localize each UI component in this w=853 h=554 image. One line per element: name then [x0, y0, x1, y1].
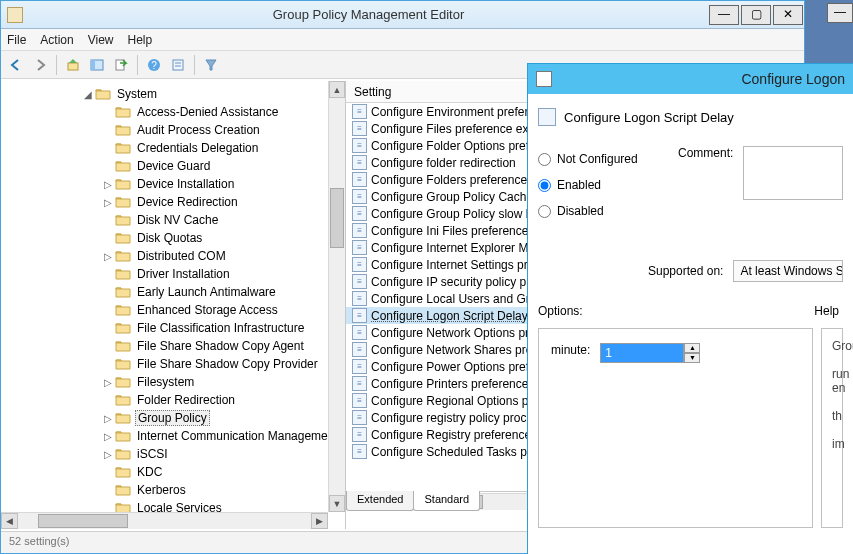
radio-not-configured[interactable]: Not Configured — [538, 146, 678, 172]
tree-item-label[interactable]: File Share Shadow Copy Provider — [135, 357, 320, 371]
tree-item-label[interactable]: File Classification Infrastructure — [135, 321, 306, 335]
tree-twisty-icon[interactable]: ▷ — [101, 251, 115, 262]
radio-enabled-input[interactable] — [538, 179, 551, 192]
tree-twisty-icon[interactable]: ▷ — [101, 431, 115, 442]
back-button[interactable] — [5, 54, 27, 76]
tree-item[interactable]: ▷Distributed COM — [3, 247, 345, 265]
tree-item[interactable]: KDC — [3, 463, 345, 481]
tree-item[interactable]: ▷iSCSI — [3, 445, 345, 463]
tree-item-label[interactable]: Filesystem — [135, 375, 196, 389]
tree-item-label[interactable]: Locale Services — [135, 501, 224, 512]
comment-textbox[interactable] — [743, 146, 843, 200]
tree-item[interactable]: Enhanced Storage Access — [3, 301, 345, 319]
radio-enabled[interactable]: Enabled — [538, 172, 678, 198]
tree-item-label[interactable]: Device Guard — [135, 159, 212, 173]
tree-item[interactable]: ▷Group Policy — [3, 409, 345, 427]
tree-item-label[interactable]: Disk Quotas — [135, 231, 204, 245]
maximize-button[interactable]: ▢ — [741, 5, 771, 25]
tree-item-label[interactable]: KDC — [135, 465, 164, 479]
tree-twisty-icon[interactable]: ◢ — [81, 89, 95, 100]
tree-twisty-icon[interactable]: ▷ — [101, 449, 115, 460]
tab-extended[interactable]: Extended — [346, 491, 414, 511]
tree-item[interactable]: ▷Device Redirection — [3, 193, 345, 211]
export-list-button[interactable] — [110, 54, 132, 76]
titlebar[interactable]: Group Policy Management Editor — ▢ ✕ — [1, 1, 804, 29]
tree-item-label[interactable]: Enhanced Storage Access — [135, 303, 280, 317]
tree-item-label[interactable]: Distributed COM — [135, 249, 228, 263]
folder-icon — [115, 141, 131, 155]
tree-twisty-icon[interactable]: ▷ — [101, 197, 115, 208]
tree-item-label[interactable]: Device Redirection — [135, 195, 240, 209]
up-button[interactable] — [62, 54, 84, 76]
close-button[interactable]: ✕ — [773, 5, 803, 25]
tree-item[interactable]: Kerberos — [3, 481, 345, 499]
menu-file[interactable]: File — [7, 33, 26, 47]
tree-item-label[interactable]: Device Installation — [135, 177, 236, 191]
spin-down-button[interactable]: ▼ — [684, 353, 700, 363]
tree-item[interactable]: ▷Filesystem — [3, 373, 345, 391]
tree-item-label[interactable]: iSCSI — [135, 447, 170, 461]
scroll-right-button[interactable]: ▶ — [311, 513, 328, 529]
tree-horizontal-scrollbar[interactable]: ◀ ▶ — [1, 512, 328, 529]
tree-item[interactable]: File Share Shadow Copy Agent — [3, 337, 345, 355]
tree-item-label[interactable]: Access-Denied Assistance — [135, 105, 280, 119]
minute-spin-input[interactable] — [600, 343, 684, 363]
scroll-thumb[interactable] — [38, 514, 128, 528]
tree-item-label[interactable]: Audit Process Creation — [135, 123, 262, 137]
scroll-thumb[interactable] — [330, 188, 344, 248]
tree-item-label[interactable]: Driver Installation — [135, 267, 232, 281]
tree-item[interactable]: Credentials Delegation — [3, 139, 345, 157]
tree-item-label[interactable]: Folder Redirection — [135, 393, 237, 407]
tree-item-label[interactable]: Credentials Delegation — [135, 141, 260, 155]
scroll-left-button[interactable]: ◀ — [1, 513, 18, 529]
tree-item[interactable]: Audit Process Creation — [3, 121, 345, 139]
tree-vertical-scrollbar[interactable]: ▲ ▼ — [328, 81, 345, 512]
minimize-button[interactable]: — — [709, 5, 739, 25]
tree-item-system[interactable]: ◢System — [3, 85, 345, 103]
tree-item-label[interactable]: System — [115, 87, 159, 101]
other-window-minimize-button[interactable]: — — [827, 3, 853, 23]
forward-button[interactable] — [29, 54, 51, 76]
scroll-up-button[interactable]: ▲ — [329, 81, 345, 98]
filter-button[interactable] — [200, 54, 222, 76]
radio-disabled[interactable]: Disabled — [538, 198, 678, 224]
folder-icon — [115, 177, 131, 191]
tree-item-label[interactable]: Internet Communication Management — [135, 429, 340, 443]
tree-item[interactable]: Folder Redirection — [3, 391, 345, 409]
tree-item[interactable]: File Share Shadow Copy Provider — [3, 355, 345, 373]
radio-disabled-input[interactable] — [538, 205, 551, 218]
setting-label: Configure Printers preferences — [371, 377, 534, 391]
menu-view[interactable]: View — [88, 33, 114, 47]
tab-standard[interactable]: Standard — [413, 491, 480, 511]
dialog-titlebar[interactable]: Configure Logon — [528, 64, 853, 94]
all-settings-button[interactable] — [167, 54, 189, 76]
menu-help[interactable]: Help — [128, 33, 153, 47]
tree-item-label[interactable]: Early Launch Antimalware — [135, 285, 278, 299]
tree-item[interactable]: ▷Device Installation — [3, 175, 345, 193]
folder-icon — [115, 303, 131, 317]
tree-item[interactable]: Driver Installation — [3, 265, 345, 283]
tree-item-label[interactable]: Group Policy — [135, 410, 210, 426]
tree-item[interactable]: Locale Services — [3, 499, 345, 512]
tree-item[interactable]: Disk NV Cache — [3, 211, 345, 229]
tree-item[interactable]: Access-Denied Assistance — [3, 103, 345, 121]
tree-item[interactable]: Disk Quotas — [3, 229, 345, 247]
help-button[interactable]: ? — [143, 54, 165, 76]
tree-item[interactable]: Early Launch Antimalware — [3, 283, 345, 301]
tree-item-label[interactable]: File Share Shadow Copy Agent — [135, 339, 306, 353]
radio-not-configured-input[interactable] — [538, 153, 551, 166]
tree-item[interactable]: ▷Internet Communication Management — [3, 427, 345, 445]
policy-setting-icon: ≡ — [352, 291, 367, 306]
tree-twisty-icon[interactable]: ▷ — [101, 413, 115, 424]
tree-item-label[interactable]: Disk NV Cache — [135, 213, 220, 227]
tree-twisty-icon[interactable]: ▷ — [101, 179, 115, 190]
spin-up-button[interactable]: ▲ — [684, 343, 700, 353]
tree-item[interactable]: Device Guard — [3, 157, 345, 175]
tree-item[interactable]: File Classification Infrastructure — [3, 319, 345, 337]
tree-twisty-icon[interactable]: ▷ — [101, 377, 115, 388]
minute-spin[interactable]: ▲ ▼ — [600, 343, 700, 363]
show-hide-tree-button[interactable] — [86, 54, 108, 76]
menu-action[interactable]: Action — [40, 33, 73, 47]
tree-item-label[interactable]: Kerberos — [135, 483, 188, 497]
scroll-down-button[interactable]: ▼ — [329, 495, 345, 512]
